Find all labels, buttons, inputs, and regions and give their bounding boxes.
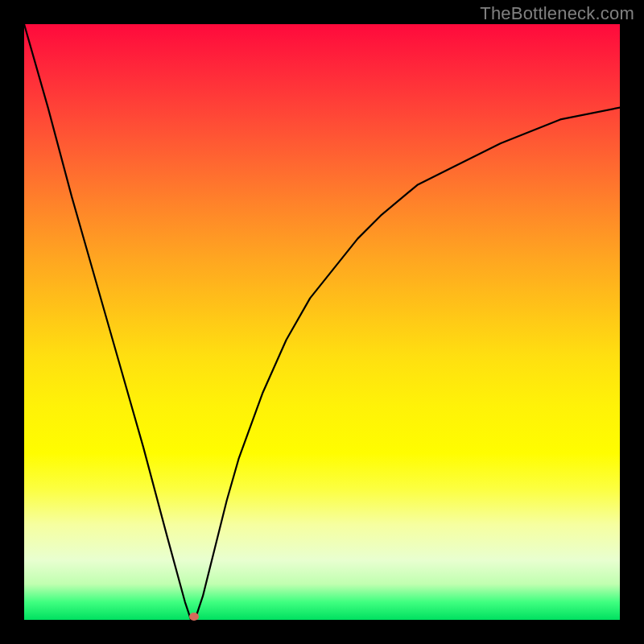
curve-path — [24, 24, 620, 620]
plot-area — [24, 24, 620, 620]
watermark-text: TheBottleneck.com — [480, 3, 634, 24]
chart-frame: TheBottleneck.com — [0, 0, 644, 644]
bottleneck-curve — [24, 24, 620, 620]
